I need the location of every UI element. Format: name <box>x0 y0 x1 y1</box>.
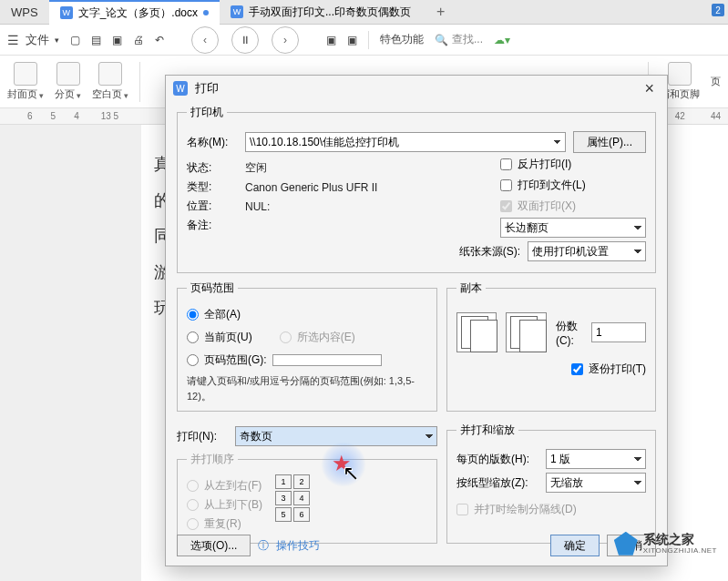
scale-legend: 并打和缩放 <box>456 423 518 438</box>
printer-legend: 打印机 <box>187 105 227 120</box>
tab-doc1[interactable]: W 文字_论文（多页）.docx <box>49 0 220 25</box>
hamburger-icon <box>7 33 20 47</box>
cover-icon <box>14 62 37 86</box>
search-box[interactable]: 🔍查找... <box>435 32 483 47</box>
close-button[interactable]: × <box>639 79 660 98</box>
separator-line-checkbox: 并打时绘制分隔线(D) <box>456 502 646 517</box>
print-dialog: W 打印 × 打印机 名称(M): \\10.10.18.150\佳能总控打印机… <box>165 75 668 566</box>
collate-preview-icon <box>506 312 546 352</box>
name-label: 名称(M): <box>187 135 238 150</box>
watermark-url: XITONGZHIJIA.NET <box>643 546 717 556</box>
doc-margin <box>0 125 141 581</box>
open-icon[interactable]: ▤ <box>91 34 101 46</box>
print-what-select[interactable]: 奇数页 <box>235 426 437 446</box>
print-icon[interactable]: 🖨 <box>133 34 144 46</box>
page-range-group: 页码范围 全部(A) 当前页(U) 所选内容(E) 页码范围(G): 请键入页码… <box>177 280 437 412</box>
tab-add[interactable]: + <box>422 0 459 25</box>
duplex-checkbox: 双面打印(X) <box>500 199 646 214</box>
paper-source-label: 纸张来源(S): <box>459 244 520 260</box>
type-label: 类型: <box>187 179 238 195</box>
order-legend: 并打顺序 <box>187 452 238 467</box>
info-icon: ⓘ <box>258 538 269 554</box>
pagebreak-icon <box>56 62 80 86</box>
save2-icon[interactable]: ▣ <box>326 34 336 46</box>
cover-page-button[interactable]: 封面页 <box>7 62 44 101</box>
order-preview-grid: 123456 <box>275 474 310 535</box>
status-value: 空闲 <box>245 160 267 176</box>
printer-group: 打印机 名称(M): \\10.10.18.150\佳能总控打印机 属性(P).… <box>177 105 656 273</box>
cloud-icon[interactable]: ☁▾ <box>494 34 510 46</box>
dialog-title: 打印 <box>195 80 219 97</box>
word-icon: W <box>60 6 73 19</box>
nav-prev-button[interactable]: ‹ <box>191 26 219 54</box>
comment-label: 备注: <box>187 218 238 233</box>
tab-doc2[interactable]: W 手动双面打印文...印奇数页偶数页 <box>220 0 422 25</box>
print-order-group: 并打顺序 从左到右(F) 从上到下(B) 重复(R) 123456 <box>177 452 437 544</box>
new-icon[interactable]: ▢ <box>70 34 80 46</box>
separator <box>139 62 140 102</box>
main-toolbar: 文件▾ ▢ ▤ ▣ 🖨 ↶ ‹ ⏸ › ▣ ▣ 特色功能 🔍查找... ☁▾ <box>0 25 728 56</box>
options-button[interactable]: 选项(O)... <box>177 535 251 556</box>
watermark-logo-icon <box>614 532 638 556</box>
where-value: NUL: <box>245 200 270 213</box>
header-icon <box>668 62 692 86</box>
tab-label: 文字_论文（多页）.docx <box>78 5 198 21</box>
tab-label: 手动双面打印文...印奇数页偶数页 <box>249 5 411 20</box>
saveall-icon[interactable]: ▣ <box>347 34 357 46</box>
range-current-radio[interactable]: 当前页(U) <box>187 330 252 345</box>
copies-legend: 副本 <box>456 280 486 296</box>
separator <box>368 31 369 49</box>
app-label: WPS <box>0 5 49 19</box>
range-hint: 请键入页码和/或用逗号分隔的页码范围(例如: 1,3,5-12)。 <box>187 373 427 403</box>
ok-button[interactable]: 确定 <box>550 535 600 556</box>
page-range-input[interactable] <box>272 354 382 366</box>
print-to-file-checkbox[interactable]: 打印到文件(L) <box>500 178 646 193</box>
page-break-button[interactable]: 分页 <box>55 62 81 101</box>
watermark-title: 系统之家 <box>643 532 717 547</box>
type-value: Canon Generic Plus UFR II <box>245 181 377 194</box>
order-repeat-radio: 重复(R) <box>187 516 262 532</box>
pages-per-sheet-select[interactable]: 1 版 <box>546 449 646 469</box>
nav-pause-button[interactable]: ⏸ <box>231 26 259 54</box>
collate-checkbox[interactable]: 逐份打印(T) <box>456 362 646 377</box>
zoom-label: 按纸型缩放(Z): <box>456 475 538 491</box>
where-label: 位置: <box>187 199 238 214</box>
status-label: 状态: <box>187 160 238 176</box>
reverse-print-checkbox[interactable]: 反片打印(I) <box>500 157 646 172</box>
tab-bar: WPS W 文字_论文（多页）.docx W 手动双面打印文...印奇数页偶数页… <box>0 0 728 25</box>
copies-input[interactable] <box>591 322 646 342</box>
page-number-button[interactable]: 页 <box>711 75 721 88</box>
range-all-radio[interactable]: 全部(A) <box>187 307 427 322</box>
range-selection-radio: 所选内容(E) <box>280 330 355 345</box>
order-tb-radio: 从上到下(B) <box>187 497 262 513</box>
print-what-label: 打印(N): <box>177 429 228 444</box>
properties-button[interactable]: 属性(P)... <box>573 131 646 153</box>
app-icon: W <box>173 81 188 96</box>
special-features[interactable]: 特色功能 <box>380 32 424 47</box>
scale-to-paper-select[interactable]: 无缩放 <box>546 473 646 493</box>
word-icon: W <box>231 5 243 18</box>
paper-source-select[interactable]: 使用打印机设置 <box>528 241 646 261</box>
range-pages-radio[interactable]: 页码范围(G): <box>187 352 427 368</box>
tab-modified-dot <box>203 10 209 15</box>
scale-group: 并打和缩放 每页的版数(H):1 版 按纸型缩放(Z):无缩放 并打时绘制分隔线… <box>446 423 656 544</box>
nav-next-button[interactable]: › <box>272 26 299 54</box>
tips-link[interactable]: 操作技巧 <box>276 538 320 554</box>
notification-badge[interactable]: 2 <box>712 4 724 16</box>
blank-page-button[interactable]: 空白页 <box>92 62 128 101</box>
perpage-label: 每页的版数(H): <box>456 452 538 467</box>
watermark: 系统之家 XITONGZHIJIA.NET <box>614 532 717 556</box>
file-menu[interactable]: 文件▾ <box>7 32 59 48</box>
dialog-titlebar: W 打印 × <box>166 76 667 101</box>
printer-name-select[interactable]: \\10.10.18.150\佳能总控打印机 <box>245 132 566 152</box>
save-icon[interactable]: ▣ <box>112 34 122 46</box>
blank-icon <box>98 62 122 86</box>
copies-group: 副本 份数(C): 逐份打印(T) <box>446 280 656 412</box>
search-icon: 🔍 <box>435 34 448 46</box>
order-lr-radio: 从左到右(F) <box>187 478 262 494</box>
count-label: 份数(C): <box>556 319 584 347</box>
undo-icon[interactable]: ↶ <box>155 34 164 46</box>
file-label: 文件 <box>26 32 49 48</box>
dialog-footer: 选项(O)... ⓘ 操作技巧 确定 取消 <box>177 535 656 556</box>
duplex-edge-select[interactable]: 长边翻页 <box>500 218 646 238</box>
